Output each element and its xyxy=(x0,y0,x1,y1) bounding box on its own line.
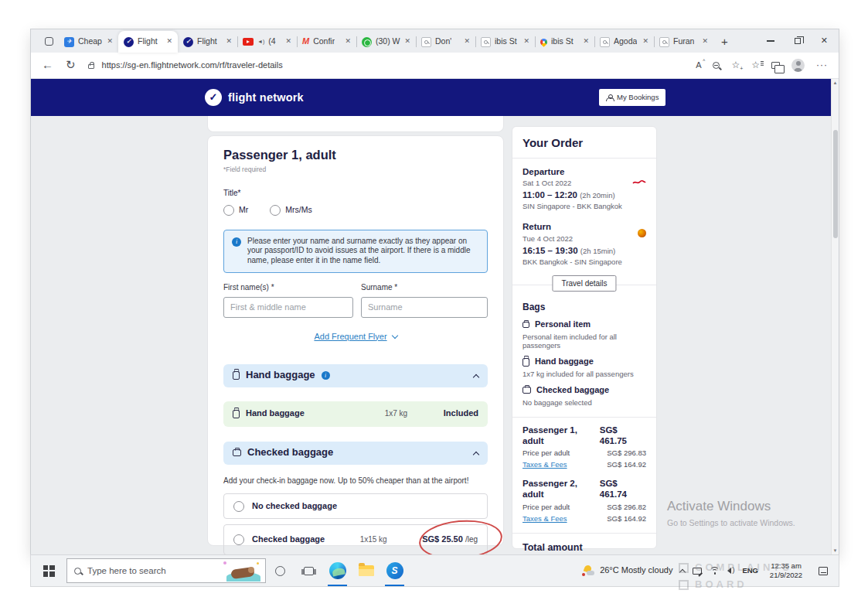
tab-label: Furan xyxy=(673,36,694,46)
tab-label: Cheap xyxy=(78,36,102,46)
hand-baggage-section-header[interactable]: Hand baggage i xyxy=(223,364,488,387)
previous-card-edge xyxy=(207,116,504,132)
read-aloud-icon[interactable]: A˄ xyxy=(696,60,701,71)
collections-icon[interactable] xyxy=(771,62,780,69)
tab-youtube[interactable]: ◄) (4 ✕ xyxy=(237,31,297,53)
brand[interactable]: ✓ flight network xyxy=(205,89,304,106)
hand-baggage-title: Hand baggage xyxy=(246,369,315,381)
checked-baggage-icon xyxy=(523,387,531,394)
radio-option-mr[interactable]: Mr xyxy=(223,205,248,216)
first-name-input[interactable] xyxy=(223,297,353,318)
profile-avatar[interactable] xyxy=(791,59,805,72)
task-view-button[interactable] xyxy=(294,555,323,586)
taxes-fees-link[interactable]: Taxes & Fees xyxy=(523,514,567,524)
add-frequent-flyer[interactable]: Add Frequent Flyer xyxy=(223,332,488,343)
bag-name: Personal item xyxy=(535,319,591,330)
tab-close-icon[interactable]: ✕ xyxy=(285,37,291,46)
my-bookings-button[interactable]: My Bookings xyxy=(599,89,665,106)
taxes-fees-link[interactable]: Taxes & Fees xyxy=(523,460,567,469)
tab-flightnetwork[interactable]: ✓ Flight ✕ xyxy=(178,31,237,53)
scrollbar[interactable]: ▲ ▼ xyxy=(831,79,839,555)
surname-input[interactable] xyxy=(361,297,488,318)
hand-baggage-icon xyxy=(233,410,240,418)
language-indicator[interactable]: ENG xyxy=(742,566,758,575)
tab-close-icon[interactable]: ✕ xyxy=(642,37,648,46)
radio-option-mrs-ms[interactable]: Mrs/Ms xyxy=(270,205,311,216)
travel-details-button[interactable]: Travel details xyxy=(552,275,616,292)
passport-info-box: i Please enter your name and surname exa… xyxy=(223,230,488,274)
checked-baggage-section-header[interactable]: Checked baggage xyxy=(223,442,488,465)
refresh-icon[interactable]: ↻ xyxy=(66,58,76,73)
tab-close-icon[interactable]: ✕ xyxy=(226,37,232,46)
favorites-bar-icon[interactable]: ☆ xyxy=(751,60,760,71)
hand-baggage-included-row: Hand baggage 1x7 kg Included xyxy=(223,401,488,427)
search-box-illustration xyxy=(222,561,264,582)
edge-taskbar-button[interactable] xyxy=(323,555,352,586)
tab-cheapflights[interactable]: ✈ Cheap ✕ xyxy=(59,31,118,53)
blue-app-icon: S xyxy=(386,562,403,579)
collapse-control[interactable] xyxy=(474,368,478,384)
lock-icon[interactable] xyxy=(88,64,94,69)
tab-search-result[interactable]: Don' ✕ xyxy=(416,31,475,53)
settings-menu-icon[interactable]: ··· xyxy=(816,60,828,71)
address-bar[interactable]: https://sg-en.flightnetwork.com/rf/trave… xyxy=(102,60,684,71)
tab-audio-icon[interactable]: ◄) xyxy=(257,39,264,46)
scrollbar-thumb[interactable] xyxy=(833,130,838,238)
tab-close-icon[interactable]: ✕ xyxy=(702,37,708,46)
system-tray: ) ENG 12:35 am 21/9/2022 xyxy=(680,561,832,580)
tab-close-icon[interactable]: ✕ xyxy=(345,37,351,46)
tray-expand-icon[interactable] xyxy=(679,568,686,575)
tab-close-icon[interactable]: ✕ xyxy=(523,37,529,46)
return-duration: (2h 15min) xyxy=(580,247,615,255)
tab-close-icon[interactable]: ✕ xyxy=(464,37,470,46)
device-icon[interactable] xyxy=(693,568,702,575)
bags-personal-item: Personal item Personal item included for… xyxy=(523,319,646,351)
start-button[interactable] xyxy=(31,555,66,586)
tab-furama[interactable]: Furan ✕ xyxy=(654,31,713,53)
bag-name: Hand baggage xyxy=(535,356,594,367)
new-tab-button[interactable]: + xyxy=(721,35,728,49)
blue-app-button[interactable]: S xyxy=(380,555,409,586)
divider xyxy=(512,158,656,159)
tab-whatsapp[interactable]: (30) W ✕ xyxy=(356,31,416,53)
tab-actions-button[interactable] xyxy=(39,31,59,51)
tab-ibis-search[interactable]: ibis St ✕ xyxy=(475,31,535,53)
add-frequent-flyer-link[interactable]: Add Frequent Flyer xyxy=(314,332,386,343)
tab-agoda[interactable]: Agoda ✕ xyxy=(594,31,654,53)
weather-widget[interactable]: 26°C Mostly cloudy xyxy=(582,565,672,576)
back-icon[interactable]: ← xyxy=(42,58,53,73)
tab-close-icon[interactable]: ✕ xyxy=(404,37,410,46)
tab-flightnetwork-active[interactable]: ✓ Flight ✕ xyxy=(118,31,178,53)
passenger-1-price-block: Passenger 1, adultSG$ 461.75 Price per a… xyxy=(523,425,646,470)
file-explorer-button[interactable] xyxy=(352,555,380,586)
tab-close-icon[interactable]: ✕ xyxy=(583,37,589,46)
wifi-icon[interactable] xyxy=(710,567,720,575)
passenger-total: SG$ 461.74 xyxy=(600,478,646,500)
add-favorite-icon[interactable]: ☆+ xyxy=(731,60,740,71)
tab-ibis-maps[interactable]: ibis St ✕ xyxy=(535,31,594,53)
divider xyxy=(512,533,656,534)
minimize-icon[interactable] xyxy=(767,40,774,41)
restore-icon[interactable] xyxy=(795,38,801,44)
collapse-control[interactable] xyxy=(474,445,478,461)
tab-gmail[interactable]: M Confir ✕ xyxy=(297,31,356,53)
info-icon[interactable]: i xyxy=(322,371,330,380)
gmail-favicon: M xyxy=(302,36,309,47)
option-size: 1x15 kg xyxy=(332,535,414,545)
option-no-checked-baggage[interactable]: No checked baggage xyxy=(223,493,488,519)
volume-icon[interactable]: ) xyxy=(727,566,734,575)
flightnetwork-favicon: ✓ xyxy=(183,37,193,47)
scroll-up-icon[interactable]: ▲ xyxy=(832,80,839,87)
close-icon[interactable]: ✕ xyxy=(821,36,828,46)
option-checked-baggage[interactable]: Checked baggage 1x15 kg SG$ 25.50 /leg xyxy=(223,524,488,555)
google-maps-favicon xyxy=(539,37,549,47)
tab-close-icon[interactable]: ✕ xyxy=(107,37,113,46)
tab-close-icon[interactable]: ✕ xyxy=(166,37,172,46)
scroll-down-icon[interactable]: ▼ xyxy=(832,548,839,554)
hand-row-status: Included xyxy=(444,408,478,419)
zoom-out-icon[interactable] xyxy=(713,62,720,69)
taskbar-clock[interactable]: 12:35 am 21/9/2022 xyxy=(766,561,806,580)
taskbar-search-box[interactable] xyxy=(66,558,266,583)
cortana-button[interactable] xyxy=(266,555,294,586)
action-center-icon[interactable] xyxy=(819,567,828,575)
